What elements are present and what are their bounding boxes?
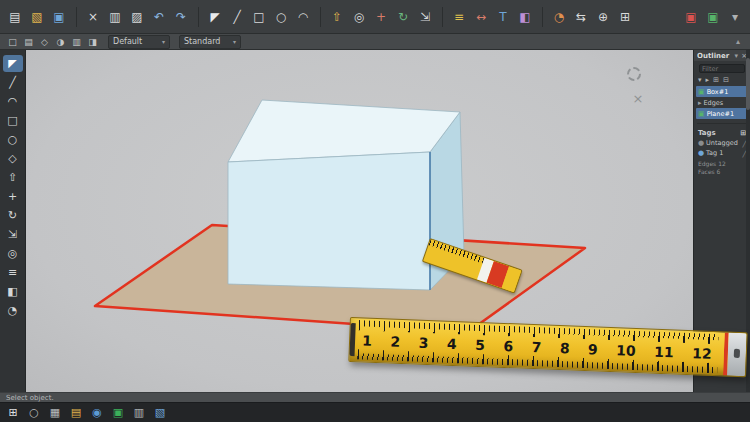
new-file-icon[interactable]: ▤ [5, 7, 25, 27]
app-blue-icon[interactable]: ▧ [153, 406, 167, 420]
text-tool-icon[interactable]: T [493, 7, 513, 27]
viewport-settings-button[interactable] [626, 66, 642, 82]
paint-tool[interactable]: ◧ [3, 283, 23, 300]
expand-all-icon[interactable]: ▾ [698, 76, 702, 84]
tags-list: ● Untagged ╱ ● Tag 1 ╱ [694, 138, 750, 158]
arc-tool[interactable]: ◠ [3, 93, 23, 110]
app-window: ▤ ▧ ▣ × ▥ ▨ ↶ ↷ ◤ ╱ □ ○ [0, 0, 750, 422]
style-dropdown-value: Default [113, 37, 142, 46]
tape-measure-tool[interactable]: ≡ [3, 264, 23, 281]
app-green-icon[interactable]: ▣ [111, 406, 125, 420]
view-iso-icon[interactable]: ◇ [38, 35, 51, 48]
view-toolbar-icons: □ ▤ ◇ ◑ ▥ ◨ [6, 35, 99, 48]
push-pull-icon[interactable]: ⇧ [320, 7, 347, 27]
select-tool[interactable]: ◤ [3, 55, 23, 72]
styles-icon[interactable]: ◨ [86, 35, 99, 48]
rotate-icon[interactable]: ↻ [393, 7, 413, 27]
ruler-number: 9 [588, 341, 598, 357]
push-pull-tool[interactable]: ⇧ [3, 169, 23, 186]
view-front-icon[interactable]: ▤ [22, 35, 35, 48]
orbit-icon[interactable]: ◔ [542, 7, 569, 27]
app-gray-icon[interactable]: ▥ [132, 406, 146, 420]
component-icon: ▸ [698, 99, 702, 107]
move-icon[interactable]: + [371, 7, 391, 27]
outliner-tree: ▣ Box#1 ▸ Edges ▣ Plane#1 [694, 86, 750, 119]
scale-icon[interactable]: ⇲ [415, 7, 435, 27]
ruler-number: 6 [503, 337, 513, 353]
ruler-number: 5 [475, 336, 485, 352]
outliner-item-label: Plane#1 [707, 110, 734, 118]
polygon-tool[interactable]: ◇ [3, 150, 23, 167]
save-icon[interactable]: ▣ [49, 7, 69, 27]
rectangle-tool[interactable]: □ [3, 112, 23, 129]
tag-row[interactable]: ● Untagged ╱ [696, 138, 748, 148]
arc-tool-icon[interactable]: ◠ [293, 7, 313, 27]
box-front-face[interactable] [228, 152, 430, 290]
move-tool[interactable]: + [3, 188, 23, 205]
chevron-down-icon: ▾ [162, 38, 165, 45]
select-tool-icon[interactable]: ◤ [198, 7, 225, 27]
scrollbar-thumb[interactable] [746, 58, 750, 110]
copy-icon[interactable]: ▥ [105, 7, 125, 27]
camera-dropdown[interactable]: Standard ▾ [179, 35, 241, 49]
task-view-icon[interactable]: ▦ [48, 406, 62, 420]
scale-tool[interactable]: ⇲ [3, 226, 23, 243]
circle-tool-icon[interactable]: ○ [271, 7, 291, 27]
zoom-extents-icon[interactable]: ⊞ [615, 7, 635, 27]
search-icon[interactable]: ○ [27, 406, 41, 420]
rectangle-tool-icon[interactable]: □ [249, 7, 269, 27]
paste-icon[interactable]: ▨ [127, 7, 147, 27]
component-icon: ▣ [698, 88, 705, 96]
cut-icon[interactable]: × [76, 7, 103, 27]
style-dropdown[interactable]: Default ▾ [108, 35, 170, 49]
ruler-number: 11 [654, 343, 674, 360]
start-button-icon[interactable]: ⊞ [6, 406, 20, 420]
outliner-filter-input[interactable] [699, 64, 745, 73]
zoom-icon[interactable]: ⊕ [593, 7, 613, 27]
offset-icon[interactable]: ◎ [349, 7, 369, 27]
shadows-icon[interactable]: ◑ [54, 35, 67, 48]
record-icon[interactable]: ▣ [681, 7, 701, 27]
main-toolbar-icons: ▤ ▧ ▣ × ▥ ▨ ↶ ↷ ◤ ╱ □ ○ [4, 7, 636, 27]
xray-icon[interactable]: ▥ [70, 35, 83, 48]
line-tool-icon[interactable]: ╱ [227, 7, 247, 27]
viewport-close-button[interactable]: × [630, 90, 646, 106]
rotate-tool[interactable]: ↻ [3, 207, 23, 224]
toolbar-overflow-icon[interactable]: ▾ [725, 7, 745, 27]
entity-info-line: Edges 12 [698, 160, 746, 168]
chevron-down-icon: ▾ [233, 38, 236, 45]
play-icon[interactable]: ▣ [703, 7, 723, 27]
outliner-item-label: Box#1 [707, 88, 729, 96]
dimension-icon[interactable]: ↔ [471, 7, 491, 27]
file-explorer-icon[interactable]: ▤ [69, 406, 83, 420]
outliner-item[interactable]: ▣ Box#1 [696, 86, 748, 97]
orbit-tool[interactable]: ◔ [3, 302, 23, 319]
tag-row[interactable]: ● Tag 1 ╱ [696, 148, 748, 158]
add-item-icon[interactable]: ⊞ [713, 76, 719, 84]
line-tool[interactable]: ╱ [3, 74, 23, 91]
taskbar: ⊞ ○ ▦ ▤ ◉ ▣ ▥ ▧ [0, 402, 750, 422]
ruler-number: 1 [362, 332, 372, 348]
tool-palette: ◤ ╱ ◠ □ ○ ◇ ⇧ + ↻ ⇲ ◎ ≡ ◧ ◔ [0, 50, 26, 392]
circle-tool[interactable]: ○ [3, 131, 23, 148]
offset-tool[interactable]: ◎ [3, 245, 23, 262]
ruler-number: 12 [692, 345, 712, 362]
pan-icon[interactable]: ⇆ [571, 7, 591, 27]
paint-bucket-icon[interactable]: ◧ [515, 7, 535, 27]
panel-divider [697, 123, 747, 124]
tape-measure-icon[interactable]: ≡ [442, 7, 469, 27]
ruler-tip-hole [734, 349, 740, 358]
collapse-toolbar-icon[interactable]: ▴ [732, 37, 744, 46]
gear-icon [627, 67, 641, 81]
remove-item-icon[interactable]: ⊟ [723, 76, 729, 84]
camera-dropdown-value: Standard [184, 37, 220, 46]
pin-icon[interactable]: ▾ [735, 52, 739, 60]
view-top-icon[interactable]: □ [6, 35, 19, 48]
outliner-item[interactable]: ▸ Edges [696, 97, 748, 108]
open-file-icon[interactable]: ▧ [27, 7, 47, 27]
redo-icon[interactable]: ↷ [171, 7, 191, 27]
outliner-item[interactable]: ▣ Plane#1 [696, 108, 748, 119]
undo-icon[interactable]: ↶ [149, 7, 169, 27]
browser-icon[interactable]: ◉ [90, 406, 104, 420]
collapse-all-icon[interactable]: ▸ [706, 76, 710, 84]
